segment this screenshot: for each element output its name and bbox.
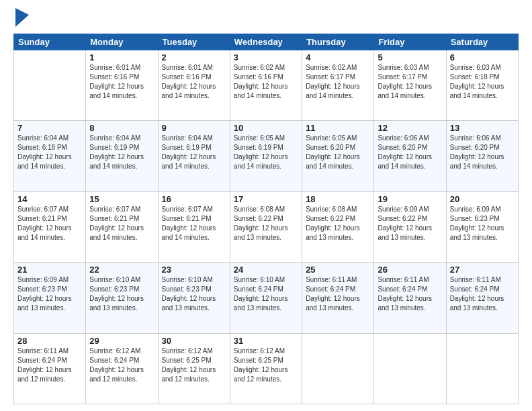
day-info: Sunrise: 6:07 AM Sunset: 6:21 PM Dayligh…: [89, 205, 154, 242]
day-info: Sunrise: 6:12 AM Sunset: 6:24 PM Dayligh…: [89, 347, 154, 384]
day-number: 10: [234, 123, 298, 133]
day-number: 24: [234, 265, 298, 275]
col-friday: Friday: [374, 34, 446, 50]
col-sunday: Sunday: [14, 34, 86, 50]
day-number: 25: [306, 265, 370, 275]
calendar-cell: 19Sunrise: 6:09 AM Sunset: 6:22 PM Dayli…: [374, 191, 446, 262]
day-info: Sunrise: 6:04 AM Sunset: 6:19 PM Dayligh…: [89, 134, 154, 171]
calendar-cell: 24Sunrise: 6:10 AM Sunset: 6:24 PM Dayli…: [230, 263, 302, 333]
day-info: Sunrise: 6:11 AM Sunset: 6:24 PM Dayligh…: [306, 275, 370, 313]
calendar-cell: 21Sunrise: 6:09 AM Sunset: 6:23 PM Dayli…: [14, 263, 86, 333]
day-number: 15: [89, 194, 154, 204]
week-row-2: 7Sunrise: 6:04 AM Sunset: 6:18 PM Daylig…: [14, 121, 519, 191]
logo-icon: [15, 8, 29, 27]
calendar-cell: 26Sunrise: 6:11 AM Sunset: 6:24 PM Dayli…: [374, 263, 446, 333]
day-number: 27: [450, 265, 515, 275]
page: Sunday Monday Tuesday Wednesday Thursday…: [0, 0, 532, 411]
day-number: 17: [234, 194, 298, 204]
calendar-cell: [374, 333, 446, 404]
day-info: Sunrise: 6:02 AM Sunset: 6:17 PM Dayligh…: [306, 63, 370, 101]
calendar-cell: 25Sunrise: 6:11 AM Sunset: 6:24 PM Dayli…: [302, 263, 374, 333]
calendar-cell: 15Sunrise: 6:07 AM Sunset: 6:21 PM Dayli…: [86, 191, 158, 262]
svg-marker-0: [15, 8, 29, 27]
calendar-header: Sunday Monday Tuesday Wednesday Thursday…: [14, 34, 519, 50]
day-info: Sunrise: 6:07 AM Sunset: 6:21 PM Dayligh…: [162, 205, 226, 242]
day-number: 19: [378, 194, 442, 204]
col-thursday: Thursday: [302, 34, 374, 50]
day-number: 4: [306, 52, 370, 62]
col-tuesday: Tuesday: [158, 34, 230, 50]
day-number: 11: [306, 123, 370, 133]
day-number: 18: [306, 194, 370, 204]
day-info: Sunrise: 6:05 AM Sunset: 6:19 PM Dayligh…: [234, 134, 298, 171]
day-number: 7: [17, 123, 82, 133]
day-info: Sunrise: 6:01 AM Sunset: 6:16 PM Dayligh…: [89, 63, 154, 101]
day-number: 13: [450, 123, 515, 133]
day-info: Sunrise: 6:06 AM Sunset: 6:20 PM Dayligh…: [378, 134, 442, 171]
day-info: Sunrise: 6:05 AM Sunset: 6:20 PM Dayligh…: [306, 134, 370, 171]
calendar-cell: 29Sunrise: 6:12 AM Sunset: 6:24 PM Dayli…: [86, 333, 158, 404]
day-number: 2: [162, 52, 226, 62]
day-number: 3: [234, 52, 298, 62]
day-number: 8: [89, 123, 154, 133]
calendar-cell: 6Sunrise: 6:03 AM Sunset: 6:18 PM Daylig…: [446, 50, 518, 121]
day-number: 5: [378, 52, 442, 62]
day-info: Sunrise: 6:09 AM Sunset: 6:23 PM Dayligh…: [17, 275, 82, 313]
calendar-cell: 20Sunrise: 6:09 AM Sunset: 6:23 PM Dayli…: [446, 191, 518, 262]
day-number: 16: [162, 194, 226, 204]
week-row-5: 28Sunrise: 6:11 AM Sunset: 6:24 PM Dayli…: [14, 333, 519, 404]
calendar-cell: 14Sunrise: 6:07 AM Sunset: 6:21 PM Dayli…: [14, 191, 86, 262]
calendar-cell: 4Sunrise: 6:02 AM Sunset: 6:17 PM Daylig…: [302, 50, 374, 121]
day-info: Sunrise: 6:12 AM Sunset: 6:25 PM Dayligh…: [234, 347, 298, 384]
col-saturday: Saturday: [446, 34, 518, 50]
calendar-cell: 23Sunrise: 6:10 AM Sunset: 6:23 PM Dayli…: [158, 263, 230, 333]
calendar-cell: 18Sunrise: 6:08 AM Sunset: 6:22 PM Dayli…: [302, 191, 374, 262]
calendar-cell: 28Sunrise: 6:11 AM Sunset: 6:24 PM Dayli…: [14, 333, 86, 404]
calendar-cell: 12Sunrise: 6:06 AM Sunset: 6:20 PM Dayli…: [374, 121, 446, 191]
day-info: Sunrise: 6:01 AM Sunset: 6:16 PM Dayligh…: [162, 63, 226, 101]
day-number: 14: [17, 194, 82, 204]
day-number: 22: [89, 265, 154, 275]
calendar-cell: 17Sunrise: 6:08 AM Sunset: 6:22 PM Dayli…: [230, 191, 302, 262]
day-info: Sunrise: 6:09 AM Sunset: 6:23 PM Dayligh…: [450, 205, 515, 242]
col-wednesday: Wednesday: [230, 34, 302, 50]
day-info: Sunrise: 6:07 AM Sunset: 6:21 PM Dayligh…: [17, 205, 82, 242]
day-info: Sunrise: 6:04 AM Sunset: 6:18 PM Dayligh…: [17, 134, 82, 171]
day-info: Sunrise: 6:12 AM Sunset: 6:25 PM Dayligh…: [162, 347, 226, 384]
day-info: Sunrise: 6:11 AM Sunset: 6:24 PM Dayligh…: [450, 275, 515, 313]
week-row-3: 14Sunrise: 6:07 AM Sunset: 6:21 PM Dayli…: [14, 191, 519, 262]
day-number: 20: [450, 194, 515, 204]
calendar-cell: 13Sunrise: 6:06 AM Sunset: 6:20 PM Dayli…: [446, 121, 518, 191]
header: [13, 11, 519, 27]
day-info: Sunrise: 6:04 AM Sunset: 6:19 PM Dayligh…: [162, 134, 226, 171]
calendar-cell: 2Sunrise: 6:01 AM Sunset: 6:16 PM Daylig…: [158, 50, 230, 121]
day-info: Sunrise: 6:10 AM Sunset: 6:24 PM Dayligh…: [234, 275, 298, 313]
calendar-cell: 31Sunrise: 6:12 AM Sunset: 6:25 PM Dayli…: [230, 333, 302, 404]
day-info: Sunrise: 6:11 AM Sunset: 6:24 PM Dayligh…: [378, 275, 442, 313]
day-number: 26: [378, 265, 442, 275]
week-row-4: 21Sunrise: 6:09 AM Sunset: 6:23 PM Dayli…: [14, 263, 519, 333]
day-info: Sunrise: 6:02 AM Sunset: 6:16 PM Dayligh…: [234, 63, 298, 101]
calendar-cell: 1Sunrise: 6:01 AM Sunset: 6:16 PM Daylig…: [86, 50, 158, 121]
calendar-cell: 9Sunrise: 6:04 AM Sunset: 6:19 PM Daylig…: [158, 121, 230, 191]
day-info: Sunrise: 6:08 AM Sunset: 6:22 PM Dayligh…: [306, 205, 370, 242]
calendar-cell: 10Sunrise: 6:05 AM Sunset: 6:19 PM Dayli…: [230, 121, 302, 191]
day-number: 12: [378, 123, 442, 133]
calendar-cell: 5Sunrise: 6:03 AM Sunset: 6:17 PM Daylig…: [374, 50, 446, 121]
day-number: 6: [450, 52, 515, 62]
header-row: Sunday Monday Tuesday Wednesday Thursday…: [14, 34, 519, 50]
day-info: Sunrise: 6:11 AM Sunset: 6:24 PM Dayligh…: [17, 347, 82, 384]
day-info: Sunrise: 6:06 AM Sunset: 6:20 PM Dayligh…: [450, 134, 515, 171]
logo: [13, 11, 29, 27]
day-info: Sunrise: 6:08 AM Sunset: 6:22 PM Dayligh…: [234, 205, 298, 242]
day-info: Sunrise: 6:03 AM Sunset: 6:18 PM Dayligh…: [450, 63, 515, 101]
calendar-cell: 7Sunrise: 6:04 AM Sunset: 6:18 PM Daylig…: [14, 121, 86, 191]
col-monday: Monday: [86, 34, 158, 50]
day-number: 21: [17, 265, 82, 275]
calendar-cell: [446, 333, 518, 404]
calendar-cell: 16Sunrise: 6:07 AM Sunset: 6:21 PM Dayli…: [158, 191, 230, 262]
day-info: Sunrise: 6:10 AM Sunset: 6:23 PM Dayligh…: [162, 275, 226, 313]
day-info: Sunrise: 6:09 AM Sunset: 6:22 PM Dayligh…: [378, 205, 442, 242]
day-number: 29: [89, 336, 154, 346]
day-info: Sunrise: 6:10 AM Sunset: 6:23 PM Dayligh…: [89, 275, 154, 313]
